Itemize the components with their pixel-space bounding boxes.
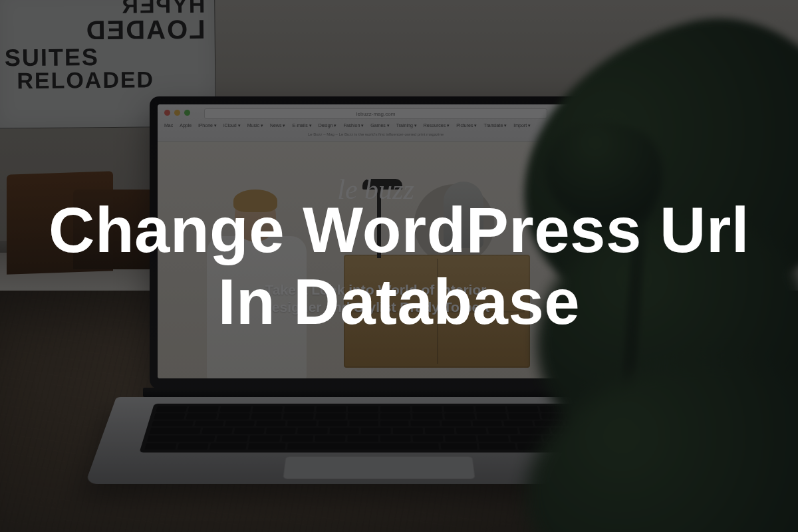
featured-image: HYPER LOADED SUITES RELOADED lebuzz-mag.…: [0, 0, 798, 532]
overlay-headline: Change WordPress Url In Database: [0, 0, 798, 532]
